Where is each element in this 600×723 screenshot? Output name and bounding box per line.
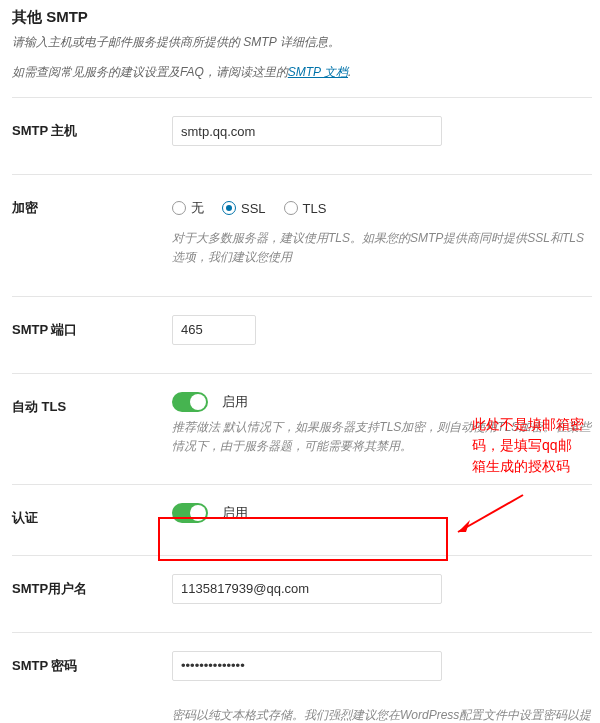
encryption-none-option[interactable]: 无 [172, 199, 204, 217]
label-auth: 认证 [12, 503, 172, 527]
label-auto-tls: 自动 TLS [12, 392, 172, 416]
encryption-help: 对于大多数服务器，建议使用TLS。如果您的SMTP提供商同时提供SSL和TLS选… [172, 229, 592, 267]
label-smtp-host: SMTP 主机 [12, 116, 172, 140]
label-smtp-port: SMTP 端口 [12, 315, 172, 339]
radio-icon [222, 201, 236, 215]
auto-tls-toggle[interactable] [172, 392, 208, 412]
radio-icon [284, 201, 298, 215]
row-smtp-port: SMTP 端口 [12, 297, 592, 357]
auth-toggle-label: 启用 [222, 504, 248, 522]
faq-line: 如需查阅常见服务的建议设置及FAQ，请阅读这里的SMTP 文档. [12, 64, 592, 81]
radio-icon [172, 201, 186, 215]
smtp-password-input[interactable] [172, 651, 442, 681]
auto-tls-help: 推荐做法 默认情况下，如果服务器支持TLS加密，则自动使用TLS加密。在某些情况… [172, 418, 592, 456]
row-encryption: 加密 无 SSL TLS 对于大多数服务器，建议使用TLS。如果您的SMTP提供… [12, 175, 592, 279]
smtp-username-input[interactable] [172, 574, 442, 604]
row-smtp-host: SMTP 主机 [12, 98, 592, 158]
row-smtp-username: SMTP用户名 [12, 556, 592, 616]
encryption-none-label: 无 [191, 199, 204, 217]
label-encryption: 加密 [12, 193, 172, 217]
encryption-tls-option[interactable]: TLS [284, 201, 327, 216]
row-smtp-password: SMTP 密码 密码以纯文本格式存储。我们强烈建议您在WordPress配置文件… [12, 633, 592, 723]
page-title: 其他 SMTP [12, 8, 592, 27]
row-auto-tls: 自动 TLS 启用 推荐做法 默认情况下，如果服务器支持TLS加密，则自动使用T… [12, 374, 592, 468]
encryption-ssl-option[interactable]: SSL [222, 201, 266, 216]
label-smtp-username: SMTP用户名 [12, 574, 172, 598]
encryption-radio-group: 无 SSL TLS [172, 193, 592, 223]
smtp-port-input[interactable] [172, 315, 256, 345]
faq-suffix: . [348, 65, 351, 79]
row-auth: 认证 启用 [12, 485, 592, 539]
smtp-docs-link[interactable]: SMTP 文档 [288, 65, 348, 79]
encryption-tls-label: TLS [303, 201, 327, 216]
smtp-password-help: 密码以纯文本格式存储。我们强烈建议您在WordPress配置文件中设置密码以提高… [172, 687, 592, 723]
label-smtp-password: SMTP 密码 [12, 651, 172, 675]
auto-tls-toggle-label: 启用 [222, 393, 248, 411]
faq-prefix: 如需查阅常见服务的建议设置及FAQ，请阅读这里的 [12, 65, 288, 79]
auth-toggle[interactable] [172, 503, 208, 523]
smtp-host-input[interactable] [172, 116, 442, 146]
page-subtitle: 请输入主机或电子邮件服务提供商所提供的 SMTP 详细信息。 [12, 33, 592, 52]
encryption-ssl-label: SSL [241, 201, 266, 216]
